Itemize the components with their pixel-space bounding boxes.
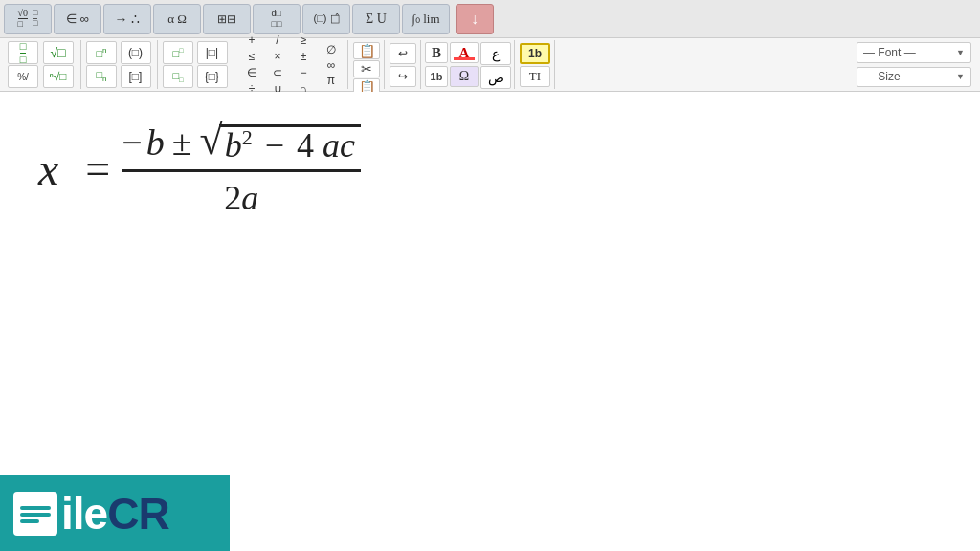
frac-percent-cell[interactable]: %/ — [8, 65, 38, 88]
formula-fraction: − b ± √ b2 − 4 ac 2a — [122, 121, 361, 218]
tb-btn-paren[interactable]: (□) □̂ — [302, 4, 350, 34]
tb-btn-alpha-omega[interactable]: α Ω — [153, 4, 201, 34]
op-times[interactable]: × — [265, 49, 290, 64]
undo-btn[interactable]: ↩ — [390, 43, 416, 64]
font-color-btn[interactable]: A — [450, 42, 479, 63]
filecr-logo-icon — [18, 500, 53, 527]
more-scripts-group: □□ |□| □□ {□} — [159, 40, 234, 89]
formula-lhs: x — [38, 143, 58, 195]
op-geq[interactable]: ≥ — [291, 33, 316, 48]
op-empty[interactable]: ∅ — [319, 42, 344, 57]
superscript-cell[interactable]: □n — [86, 41, 117, 64]
bracket-cell[interactable]: [□] — [121, 65, 151, 88]
subscript-cell[interactable]: □n — [86, 65, 117, 88]
font-size-group: — Font — ▼ — Size — ▼ — [852, 40, 976, 89]
watermark-text: ileCR — [61, 488, 169, 540]
rtl-btn[interactable]: ع — [480, 42, 511, 65]
bold-btn[interactable]: B — [425, 42, 448, 63]
color-bar — [454, 57, 475, 60]
oneb-highlighted-btn[interactable]: 1b — [520, 43, 550, 64]
watermark-icon — [13, 492, 57, 536]
op-plus[interactable]: + — [239, 33, 264, 48]
formula-equals: = — [85, 143, 110, 194]
cut-icon: ✂ — [361, 61, 372, 77]
redo-btn[interactable]: ↪ — [390, 66, 416, 87]
tb-btn-integral[interactable]: ∫₀ lim — [402, 4, 450, 34]
svg-rect-0 — [20, 506, 51, 510]
op-leq[interactable]: ≤ — [239, 49, 264, 64]
watermark: ileCR — [0, 475, 230, 551]
svg-rect-1 — [20, 513, 51, 517]
tb-btn-matrix[interactable]: ⊞⊟ — [203, 4, 251, 34]
ti-btn[interactable]: TI — [520, 66, 550, 87]
formula-numerator: − b ± √ b2 − 4 ac — [122, 121, 361, 172]
frac-cell-1[interactable]: □ □ — [8, 41, 38, 64]
tb-btn-elem-sym[interactable]: ∈ ∞ — [54, 4, 101, 34]
scripts-group: □n (□) □n [□] — [82, 40, 158, 89]
formula-denominator: 2a — [224, 176, 258, 218]
clipboard-group: 📋 ✂ 📋 — [349, 40, 385, 89]
toolbar-spacer — [556, 40, 851, 89]
abs-cell[interactable]: |□| — [197, 41, 228, 64]
script-cell-4[interactable]: □□ — [163, 65, 193, 88]
arabic-btn[interactable]: ص — [480, 66, 511, 89]
undo-redo-group: ↩ ↪ — [386, 40, 421, 89]
op-minus[interactable]: − — [291, 65, 316, 80]
size-dropdown[interactable]: — Size — ▼ — [857, 67, 971, 88]
script-cell-3[interactable]: □□ — [163, 41, 193, 64]
main-content: x = − b ± √ b2 − 4 ac 2a — [0, 92, 980, 551]
watermark-cr: CR — [107, 489, 168, 539]
copy-btn[interactable]: 📋 — [353, 42, 380, 59]
omega-icon: Ω — [459, 69, 469, 84]
arabic-icon: ص — [488, 70, 504, 86]
formatting-group: B A ع 1b Ω ص — [422, 40, 515, 89]
omega-btn[interactable]: Ω — [450, 66, 479, 87]
watermark-ile: ile — [61, 489, 107, 539]
op-slash[interactable]: / — [265, 33, 290, 48]
tb-btn-sqrt-frac[interactable]: √0□ □□ — [4, 4, 52, 34]
bold-icon: B — [432, 45, 441, 61]
special-arrow-icon: ↓ — [471, 11, 479, 28]
undo-icon: ↩ — [398, 47, 408, 60]
rtl-icon: ع — [492, 46, 500, 62]
op-pm[interactable]: ± — [291, 49, 316, 64]
svg-rect-2 — [20, 519, 39, 523]
oneb-btn[interactable]: 1b — [425, 66, 448, 87]
paren-cell[interactable]: (□) — [121, 41, 151, 64]
font-dropdown[interactable]: — Font — ▼ — [857, 42, 971, 63]
toolbar-main: □ □ √□ %/ ⁿ√□ □n — [0, 38, 980, 91]
elem-sym-label: ∈ ∞ — [66, 11, 89, 26]
op-in[interactable]: ∈ — [239, 65, 264, 80]
sqrt-cell-2[interactable]: ⁿ√□ — [43, 65, 74, 88]
cut-btn[interactable]: ✂ — [353, 60, 380, 77]
tb-btn-sigma-union[interactable]: Σ U — [352, 4, 400, 34]
operators-group: + / ≥ ≤ × ± ∈ ⊂ − ÷ ∪ ∩ ∅ ∞ π — [235, 40, 348, 89]
sqrt-cell-1[interactable]: √□ — [43, 41, 74, 64]
sqrt-radicand: b2 − 4 ac — [219, 124, 361, 165]
curly-cell[interactable]: {□} — [197, 65, 228, 88]
tb-btn-arrow[interactable]: → ∴ — [103, 4, 151, 34]
oneb-ti-group: 1b TI — [516, 40, 555, 89]
op-infinity[interactable]: ∞ — [319, 57, 344, 73]
tb-btn-special[interactable]: ↓ — [456, 4, 494, 34]
formula-display: x = − b ± √ b2 − 4 ac 2a — [0, 92, 980, 247]
size-chevron-icon: ▼ — [956, 72, 965, 81]
sqrt-expression: √ b2 − 4 ac — [200, 121, 361, 165]
font-chevron-icon: ▼ — [956, 48, 965, 57]
copy-icon: 📋 — [359, 43, 375, 58]
toolbar-top: √0□ □□ ∈ ∞ → ∴ α Ω ⊞⊟ d□□□ (□) □̂ — [0, 0, 980, 38]
tb-btn-bracket[interactable]: d□□□ — [253, 4, 301, 34]
redo-icon: ↪ — [398, 70, 408, 83]
fractions-group: □ □ √□ %/ ⁿ√□ — [4, 40, 81, 89]
op-pi[interactable]: π — [319, 73, 344, 88]
op-subset[interactable]: ⊂ — [265, 65, 290, 80]
